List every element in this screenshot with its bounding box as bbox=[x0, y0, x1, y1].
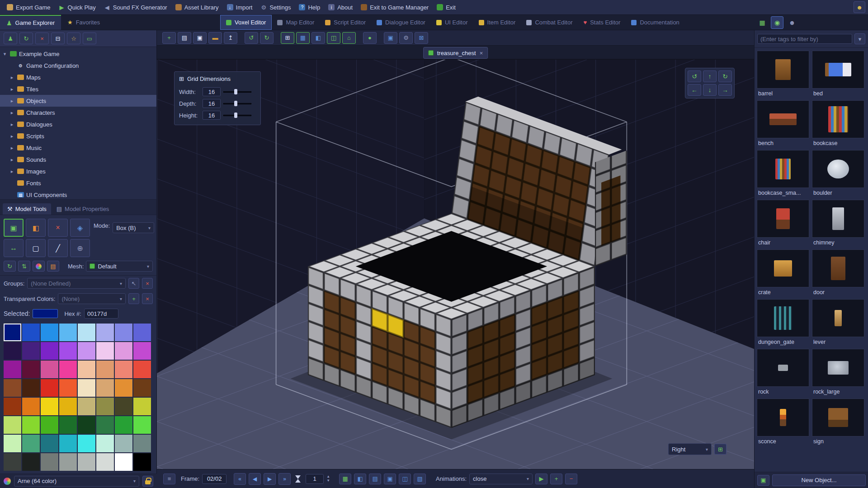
tree-item[interactable]: Fonts bbox=[0, 177, 156, 189]
delete-group-button[interactable]: × bbox=[142, 278, 153, 289]
palette-swatch[interactable] bbox=[96, 416, 114, 434]
tab-dialogue-editor[interactable]: Dialogue Editor bbox=[371, 15, 431, 30]
palette-swatch[interactable] bbox=[133, 453, 151, 471]
frame-duration-input[interactable]: 1 bbox=[306, 474, 324, 484]
palette-tool-button[interactable] bbox=[33, 261, 45, 272]
palette-swatch[interactable] bbox=[59, 453, 77, 471]
tree-item[interactable]: ▦ UI Components bbox=[0, 189, 156, 200]
palette-swatch[interactable] bbox=[96, 342, 114, 360]
play-animation-button[interactable]: ▶ bbox=[535, 474, 547, 484]
tree-expand-arrow[interactable]: ▸ bbox=[9, 122, 15, 127]
palette-swatch[interactable] bbox=[78, 453, 95, 471]
tree-expand-arrow[interactable]: ▾ bbox=[2, 51, 8, 57]
palette-swatch[interactable] bbox=[22, 416, 40, 434]
palette-swatch[interactable] bbox=[96, 379, 114, 397]
undo-button[interactable]: ↺ bbox=[245, 32, 258, 44]
favorite-button[interactable]: ☆ bbox=[67, 33, 80, 44]
palette-swatch[interactable] bbox=[115, 379, 132, 397]
paint-voxels-tool[interactable]: ◧ bbox=[26, 219, 46, 237]
fill-tool[interactable]: ◈ bbox=[70, 219, 90, 237]
palette-swatch[interactable] bbox=[115, 416, 132, 434]
play-button[interactable]: ▶ bbox=[264, 473, 276, 485]
rotate-ccw-button[interactable]: ↺ bbox=[688, 70, 701, 82]
palette-swatch[interactable] bbox=[78, 398, 95, 415]
add-resource-button[interactable]: ♟ bbox=[4, 33, 17, 44]
menu-sound-fx-generator[interactable]: ◀Sound FX Generator bbox=[100, 0, 171, 14]
width-slider[interactable] bbox=[223, 89, 251, 95]
tree-item[interactable]: ▸ Dialogues bbox=[0, 118, 156, 130]
library-item[interactable]: sign bbox=[811, 397, 866, 447]
hex-input[interactable] bbox=[84, 309, 118, 319]
select-tool[interactable]: ▢ bbox=[26, 239, 46, 257]
menu-exit-to-game-manager[interactable]: Exit to Game Manager bbox=[357, 0, 433, 14]
animation-select[interactable]: close▾ bbox=[469, 474, 533, 484]
palette-swatch[interactable] bbox=[133, 435, 151, 452]
viewport-settings-button[interactable]: ⚙ bbox=[399, 32, 413, 44]
palette-swatch[interactable] bbox=[22, 435, 40, 452]
groups-select[interactable]: (None Defined)▾ bbox=[27, 278, 126, 289]
palette-swatch[interactable] bbox=[41, 342, 58, 360]
tab-library-objects[interactable]: ◉ bbox=[771, 16, 783, 29]
rotate-right-button[interactable]: → bbox=[718, 84, 732, 96]
new-object-button[interactable]: New Object... bbox=[772, 474, 866, 486]
new-object-icon-button[interactable]: ▣ bbox=[757, 475, 769, 486]
palette-swatch[interactable] bbox=[96, 398, 114, 415]
tree-item[interactable]: ▸ Images bbox=[0, 165, 156, 177]
erase-voxels-tool[interactable]: × bbox=[48, 219, 68, 237]
new-model-button[interactable]: + bbox=[162, 32, 176, 44]
save-model-button[interactable]: ▤ bbox=[178, 32, 191, 44]
tree-item[interactable]: ▸ Scripts bbox=[0, 130, 156, 142]
tree-item[interactable]: ▸ Objects bbox=[0, 95, 156, 107]
palette-swatch[interactable] bbox=[115, 435, 132, 452]
palette-swatch[interactable] bbox=[41, 379, 58, 397]
tree-expand-arrow[interactable]: ▸ bbox=[9, 110, 15, 116]
palette-swatch[interactable] bbox=[22, 324, 40, 341]
palette-swatch[interactable] bbox=[96, 453, 114, 471]
redo-button[interactable]: ↻ bbox=[260, 32, 274, 44]
palette-swatch[interactable] bbox=[133, 398, 151, 415]
tree-item[interactable]: ▸ Maps bbox=[0, 71, 156, 83]
palette-swatch[interactable] bbox=[59, 324, 77, 341]
duration-stepper[interactable]: ▲▼ bbox=[326, 475, 330, 483]
tab-documentation[interactable]: Documentation bbox=[626, 15, 684, 30]
palette-swatch[interactable] bbox=[133, 324, 151, 341]
palette-swatch[interactable] bbox=[59, 361, 77, 378]
palette-swatch[interactable] bbox=[96, 361, 114, 378]
collapse-all-button[interactable]: ⊟ bbox=[51, 33, 65, 44]
open-folder-button[interactable]: ▬ bbox=[208, 32, 222, 44]
library-item[interactable]: boulder bbox=[811, 149, 866, 198]
palette-swatch[interactable] bbox=[133, 342, 151, 360]
palette-swatch[interactable] bbox=[59, 398, 77, 415]
menu-about[interactable]: iAbout bbox=[324, 0, 357, 14]
toggle-floor-button[interactable]: ◫ bbox=[327, 32, 340, 44]
color-picker-tool[interactable]: ╱ bbox=[48, 239, 68, 257]
add-frame-button[interactable]: ▦ bbox=[339, 474, 351, 484]
palette-swatch[interactable] bbox=[41, 435, 58, 452]
tab-voxel-editor[interactable]: Voxel Editor bbox=[220, 15, 272, 30]
palette-swatch[interactable] bbox=[22, 379, 40, 397]
palette-swatch[interactable] bbox=[96, 324, 114, 341]
close-tab-icon[interactable]: × bbox=[480, 50, 483, 56]
expand-grid-tool[interactable]: ↔ bbox=[4, 239, 24, 257]
library-item[interactable]: crate bbox=[755, 248, 811, 298]
scene-3d[interactable]: ⊞Grid Dimensions Width: 16 Depth: 16 Hei… bbox=[157, 60, 754, 469]
tree-expand-arrow[interactable]: ▸ bbox=[9, 75, 15, 80]
rotate-left-button[interactable]: ← bbox=[688, 84, 701, 96]
tab-game-explorer[interactable]: ♟Game Explorer bbox=[0, 15, 61, 30]
palette-swatch[interactable] bbox=[41, 416, 58, 434]
library-item[interactable]: rock bbox=[755, 347, 811, 397]
rotate-up-button[interactable]: ↑ bbox=[703, 70, 717, 82]
rotate-down-button[interactable]: ↓ bbox=[703, 84, 717, 96]
close-view-button[interactable]: ⊠ bbox=[415, 32, 428, 44]
library-item[interactable]: door bbox=[811, 248, 866, 298]
filter-options-button[interactable]: ▾ bbox=[854, 33, 865, 44]
assign-group-button[interactable]: ↖ bbox=[128, 278, 139, 289]
menu-quick-play[interactable]: ▶Quick Play bbox=[55, 0, 100, 14]
library-item[interactable]: barrel bbox=[755, 49, 811, 99]
tree-expand-arrow[interactable]: ▸ bbox=[9, 145, 15, 151]
tree-expand-arrow[interactable]: ▸ bbox=[9, 133, 15, 139]
timeline-menu-button[interactable]: ≡ bbox=[163, 474, 175, 484]
copy-frame-button[interactable]: ▤ bbox=[369, 474, 381, 484]
palette-swatch[interactable] bbox=[115, 453, 132, 471]
tab-combat-editor[interactable]: Combat Editor bbox=[521, 15, 578, 30]
